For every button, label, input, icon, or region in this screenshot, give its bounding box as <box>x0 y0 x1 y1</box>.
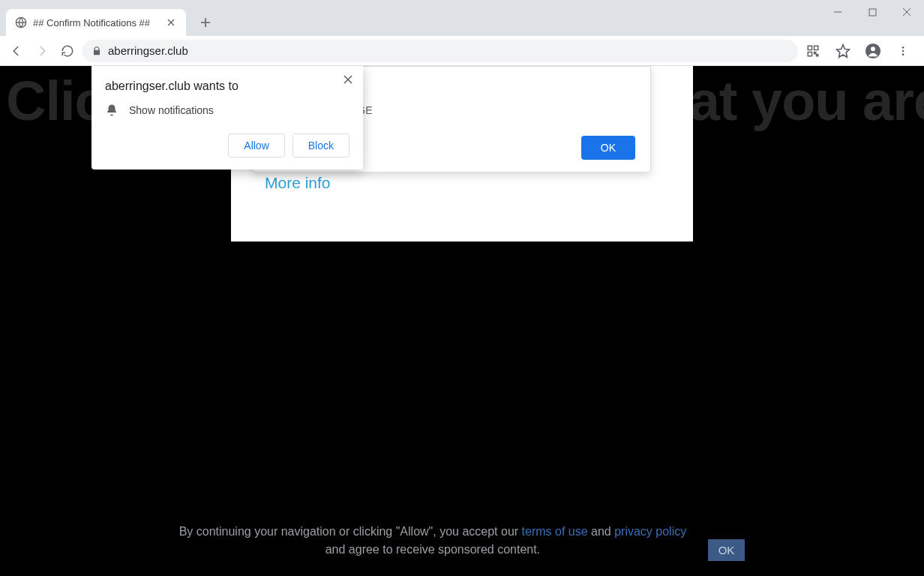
menu-button[interactable] <box>892 40 914 62</box>
consent-mid: and <box>588 525 615 538</box>
permission-actions: Allow Block <box>105 134 350 158</box>
tab-close-button[interactable] <box>165 16 177 28</box>
svg-rect-4 <box>808 52 812 56</box>
page-content: Click "Allow" to confirm that you are no… <box>0 66 924 576</box>
svg-rect-5 <box>814 52 816 53</box>
svg-point-11 <box>902 50 904 52</box>
consent-ok-button[interactable]: OK <box>708 539 746 561</box>
consent-bar: By continuing your navigation or clickin… <box>0 512 924 576</box>
svg-point-10 <box>902 46 904 49</box>
privacy-policy-link[interactable]: privacy policy <box>614 525 686 538</box>
allow-button[interactable]: Allow <box>228 134 284 158</box>
browser-window: ## Confirm Notifications ## <box>0 0 924 576</box>
url-text: aberringser.club <box>108 44 188 57</box>
close-window-button[interactable] <box>890 0 924 24</box>
svg-rect-1 <box>869 9 876 16</box>
forward-button[interactable] <box>32 40 52 62</box>
profile-avatar-icon[interactable] <box>862 40 884 62</box>
maximize-button[interactable] <box>855 0 890 24</box>
window-controls <box>820 0 924 24</box>
consent-text: By continuing your navigation or clickin… <box>179 523 687 559</box>
address-bar[interactable]: aberringser.club <box>82 40 798 62</box>
permission-capability-row: Show notifications <box>105 104 350 117</box>
svg-marker-7 <box>837 44 850 57</box>
globe-icon <box>15 16 27 28</box>
bell-icon <box>105 104 118 117</box>
qr-icon[interactable] <box>802 40 824 62</box>
browser-tab[interactable]: ## Confirm Notifications ## <box>6 9 186 36</box>
svg-point-12 <box>902 53 904 56</box>
block-button[interactable]: Block <box>292 134 350 158</box>
notification-permission-popup: aberringser.club wants to Show notificat… <box>92 66 363 170</box>
consent-prefix: By continuing your navigation or clickin… <box>179 525 522 538</box>
svg-point-9 <box>871 46 875 51</box>
reload-button[interactable] <box>57 40 78 62</box>
new-tab-button[interactable] <box>195 12 216 33</box>
toolbar-right <box>802 40 918 62</box>
svg-rect-3 <box>814 46 818 50</box>
permission-capability-label: Show notifications <box>129 104 214 116</box>
more-info-link[interactable]: More info <box>265 174 331 192</box>
tab-strip: ## Confirm Notifications ## <box>0 0 924 36</box>
consent-suffix: and agree to receive sponsored content. <box>326 543 540 556</box>
back-button[interactable] <box>6 40 27 62</box>
permission-origin-text: aberringser.club wants to <box>105 80 350 93</box>
bookmark-star-icon[interactable] <box>832 40 854 62</box>
terms-of-use-link[interactable]: terms of use <box>522 525 588 538</box>
alert-ok-button[interactable]: OK <box>581 136 635 160</box>
minimize-button[interactable] <box>820 0 855 24</box>
svg-rect-2 <box>808 46 812 50</box>
lock-icon <box>92 46 102 56</box>
tab-title: ## Confirm Notifications ## <box>33 17 159 28</box>
svg-rect-6 <box>817 54 818 56</box>
browser-toolbar: aberringser.club <box>0 36 924 66</box>
permission-close-button[interactable] <box>340 72 356 87</box>
